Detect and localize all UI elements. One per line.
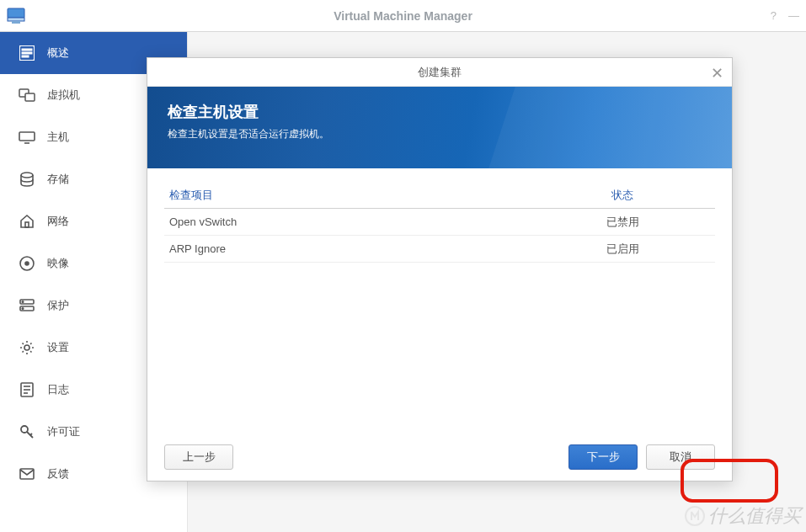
sidebar-item-label: 设置 <box>47 340 69 355</box>
log-icon <box>17 382 37 397</box>
check-table: 检查项目 状态 Open vSwitch 已禁用 ARP Ignore 已启用 <box>164 182 715 263</box>
svg-point-18 <box>22 308 24 310</box>
cell-item: Open vSwitch <box>164 215 530 228</box>
svg-rect-1 <box>8 18 24 21</box>
window-controls: ? — <box>771 9 799 22</box>
help-icon[interactable]: ? <box>771 9 777 22</box>
svg-rect-12 <box>25 222 29 227</box>
gear-icon <box>17 340 37 355</box>
header-status: 状态 <box>530 188 715 203</box>
image-icon <box>17 256 37 271</box>
cell-item: ARP Ignore <box>164 242 530 255</box>
mail-icon <box>17 468 37 480</box>
create-cluster-dialog: 创建集群 ✕ 检查主机设置 检查主机设置是否适合运行虚拟机。 检查项目 状态 O… <box>147 57 733 481</box>
sidebar-item-label: 许可证 <box>47 424 80 439</box>
svg-point-14 <box>25 262 29 265</box>
svg-point-24 <box>21 426 28 433</box>
svg-rect-9 <box>19 132 35 141</box>
svg-point-17 <box>22 301 24 303</box>
dialog-body: 检查项目 状态 Open vSwitch 已禁用 ARP Ignore 已启用 <box>147 168 732 434</box>
table-header: 检查项目 状态 <box>164 182 715 209</box>
svg-rect-2 <box>12 21 20 24</box>
watermark: 什么值得买 <box>685 503 801 529</box>
cancel-button[interactable]: 取消 <box>646 444 715 470</box>
sidebar-item-label: 主机 <box>47 130 69 145</box>
minimize-icon[interactable]: — <box>788 9 799 22</box>
cell-status: 已启用 <box>530 242 715 257</box>
protect-icon <box>17 299 37 312</box>
overview-icon <box>17 45 37 61</box>
banner-heading: 检查主机设置 <box>168 102 712 122</box>
sidebar-item-label: 映像 <box>47 256 69 271</box>
svg-rect-8 <box>25 93 35 101</box>
banner-subtitle: 检查主机设置是否适合运行虚拟机。 <box>168 127 712 141</box>
title-bar: Virtual Machine Manager ? — <box>0 0 806 32</box>
sidebar-item-label: 反馈 <box>47 466 69 481</box>
host-icon <box>17 130 37 144</box>
cell-status: 已禁用 <box>530 215 715 230</box>
dialog-banner: 检查主机设置 检查主机设置是否适合运行虚拟机。 <box>147 87 732 168</box>
svg-rect-5 <box>22 52 32 54</box>
table-row: ARP Ignore 已启用 <box>164 236 715 263</box>
dialog-title: 创建集群 <box>418 65 462 80</box>
next-button[interactable]: 下一步 <box>568 444 638 470</box>
window-title: Virtual Machine Manager <box>0 9 806 23</box>
prev-button[interactable]: 上一步 <box>164 444 233 470</box>
network-icon <box>17 214 37 229</box>
app-icon <box>7 8 25 24</box>
sidebar-item-label: 虚拟机 <box>47 88 80 103</box>
svg-rect-6 <box>22 56 29 57</box>
sidebar-item-label: 概述 <box>47 45 69 61</box>
svg-point-11 <box>21 173 33 178</box>
svg-rect-4 <box>22 49 32 51</box>
vm-icon <box>17 88 37 102</box>
sidebar-item-label: 网络 <box>47 214 69 229</box>
svg-point-19 <box>24 345 29 350</box>
close-icon[interactable]: ✕ <box>711 64 723 82</box>
table-row: Open vSwitch 已禁用 <box>164 209 715 236</box>
watermark-text: 什么值得买 <box>708 503 801 529</box>
dialog-footer: 上一步 下一步 取消 <box>147 434 732 481</box>
key-icon <box>17 424 37 439</box>
sidebar-item-label: 保护 <box>47 298 69 313</box>
storage-icon <box>17 172 37 187</box>
sidebar-item-label: 存储 <box>47 172 69 187</box>
svg-rect-0 <box>8 8 24 18</box>
sidebar-item-label: 日志 <box>47 382 69 397</box>
header-item: 检查项目 <box>164 188 530 203</box>
svg-line-26 <box>30 434 32 435</box>
dialog-title-bar: 创建集群 ✕ <box>147 58 732 87</box>
